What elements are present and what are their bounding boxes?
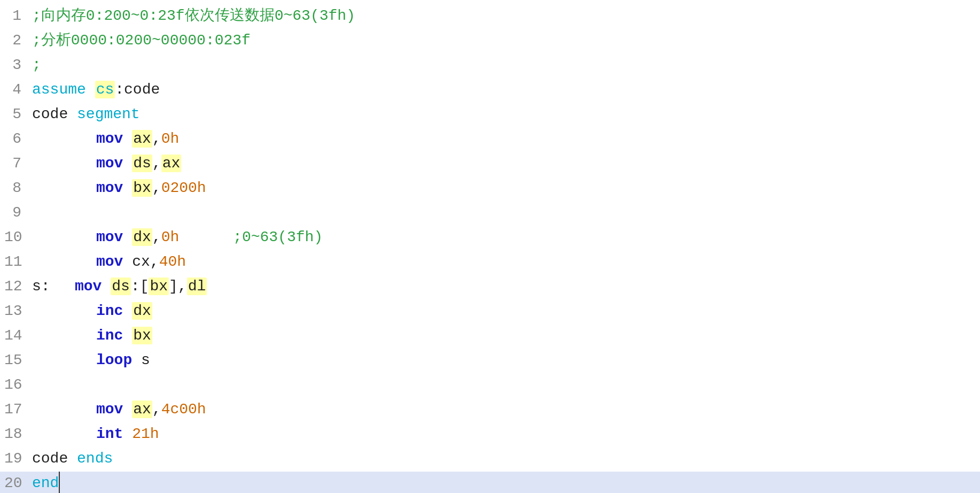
code-token: mov <box>96 155 123 172</box>
code-line: 12s: mov ds:[bx],dl <box>0 275 980 299</box>
highlighted-token: dx <box>132 302 152 320</box>
line-content: end <box>32 472 976 493</box>
line-number: 20 <box>4 472 32 493</box>
line-content: inc bx <box>32 324 976 347</box>
line-number: 9 <box>4 201 32 224</box>
code-token: ;分析0000:0200~00000:023f <box>32 32 251 49</box>
code-token: :[ <box>131 278 149 295</box>
line-number: 4 <box>4 78 32 101</box>
code-token <box>86 81 95 98</box>
code-token: int <box>96 426 123 442</box>
code-token <box>123 155 132 172</box>
code-line: 3; <box>0 53 980 78</box>
highlighted-token: bx <box>149 278 169 295</box>
code-token: , <box>152 229 161 245</box>
code-line: 18int 21h <box>0 422 980 447</box>
highlighted-token: ds <box>132 155 152 172</box>
code-token: code <box>32 450 68 467</box>
line-content: mov ds,ax <box>32 152 976 175</box>
line-number: 11 <box>4 250 32 273</box>
code-token <box>123 426 132 442</box>
code-token: inc <box>96 327 123 344</box>
code-line: 13inc dx <box>0 299 980 324</box>
code-line: 11mov cx,40h <box>0 250 980 275</box>
code-token: loop <box>96 352 132 368</box>
code-line: 14inc bx <box>0 324 980 349</box>
line-number: 12 <box>4 275 32 298</box>
code-token: ;0~63(3fh) <box>179 229 323 245</box>
highlighted-token: bx <box>132 179 152 197</box>
line-number: 10 <box>4 226 32 249</box>
code-token: 4c00h <box>161 401 206 418</box>
line-content: assume cs:code <box>32 78 976 101</box>
line-content: code segment <box>32 103 976 126</box>
code-line: 5code segment <box>0 103 980 127</box>
code-token: mov <box>75 278 102 295</box>
line-number: 15 <box>4 349 32 372</box>
line-number: 6 <box>4 127 32 150</box>
line-number: 18 <box>4 422 32 445</box>
line-content: int 21h <box>32 422 976 445</box>
code-label: s: <box>32 275 75 298</box>
line-number: 5 <box>4 103 32 126</box>
code-line: 6mov ax,0h <box>0 127 980 152</box>
code-token: ; <box>32 57 41 73</box>
highlighted-token: cs <box>95 81 115 98</box>
code-token: :code <box>115 81 160 98</box>
code-line: 9 <box>0 201 980 226</box>
code-token <box>102 278 111 295</box>
code-token: ends <box>77 450 113 467</box>
code-token: segment <box>77 106 140 122</box>
code-token: 21h <box>132 426 159 442</box>
line-number: 1 <box>4 4 32 27</box>
code-token: end <box>32 472 60 493</box>
code-line: 19code ends <box>0 447 980 472</box>
code-token: , <box>152 155 161 172</box>
code-token: 0200h <box>161 180 206 196</box>
code-line: 1;向内存0:200~0:23f依次传送数据0~63(3fh) <box>0 4 980 29</box>
code-token <box>123 401 132 418</box>
line-content: mov cx,40h <box>32 250 976 273</box>
code-token: mov <box>96 180 123 196</box>
code-line: 17mov ax,4c00h <box>0 398 980 422</box>
code-token: mov <box>96 401 123 418</box>
code-token <box>123 180 132 196</box>
highlighted-token: bx <box>132 327 152 344</box>
code-token <box>68 106 77 122</box>
line-content: mov dx,0h ;0~63(3fh) <box>32 226 976 249</box>
code-token: 0h <box>161 130 180 147</box>
line-number: 16 <box>4 373 32 396</box>
line-content: ; <box>32 53 976 76</box>
code-token: , <box>152 130 161 147</box>
code-token <box>123 303 132 319</box>
code-token <box>68 450 77 467</box>
line-number: 14 <box>4 324 32 347</box>
highlighted-token: ax <box>132 400 152 418</box>
code-line: 8mov bx,0200h <box>0 176 980 201</box>
line-number: 7 <box>4 152 32 175</box>
line-number: 19 <box>4 447 32 470</box>
highlighted-token: dl <box>187 278 207 295</box>
code-token: s <box>132 352 150 368</box>
code-line: 10mov dx,0h ;0~63(3fh) <box>0 226 980 250</box>
line-content: inc dx <box>32 299 976 322</box>
line-number: 17 <box>4 398 32 421</box>
line-number: 13 <box>4 299 32 322</box>
code-token <box>123 229 132 245</box>
highlighted-token: ds <box>111 278 131 295</box>
line-content: s: mov ds:[bx],dl <box>32 275 976 298</box>
line-number: 3 <box>4 53 32 76</box>
code-token: , <box>152 401 161 418</box>
code-token: ;向内存0:200~0:23f依次传送数据0~63(3fh) <box>32 7 355 24</box>
code-token: 40h <box>159 253 186 270</box>
code-token <box>123 130 132 147</box>
code-line: 20end <box>0 472 980 493</box>
line-content: mov bx,0200h <box>32 176 976 199</box>
line-content: code ends <box>32 447 976 470</box>
line-number: 2 <box>4 29 32 52</box>
code-token <box>123 327 132 344</box>
code-token: code <box>32 106 68 122</box>
highlighted-token: ax <box>132 130 152 148</box>
line-content: ;向内存0:200~0:23f依次传送数据0~63(3fh) <box>32 4 976 27</box>
line-content: mov ax,0h <box>32 127 976 150</box>
